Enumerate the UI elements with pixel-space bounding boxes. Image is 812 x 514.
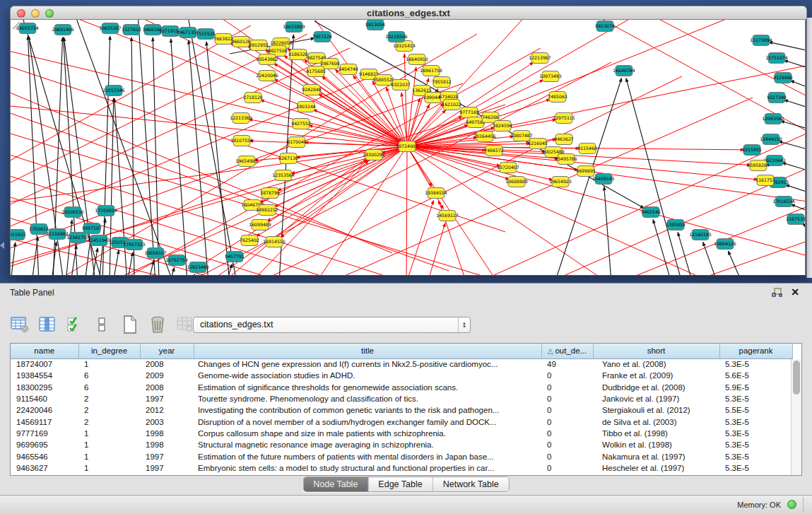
table-cell[interactable]: Hescheler et al. (1997) [593,462,719,474]
table-cell[interactable]: 2 [78,416,140,427]
graph-node[interactable]: 10543862 [256,54,278,65]
table-cell[interactable]: 0 [541,428,593,439]
graph-node[interactable]: 12923448 [187,262,209,273]
graph-node[interactable]: 9227349 [767,93,787,103]
graph-node[interactable]: 22420046 [256,71,278,81]
table-cell[interactable]: 9463627 [11,462,78,474]
graph-node[interactable]: 9097587 [82,223,102,234]
table-cell[interactable]: 1997 [140,393,194,404]
graph-node[interactable]: 16958107 [144,248,167,259]
table-cell[interactable]: Estimation of significance thresholds fo… [194,382,541,393]
table-cell[interactable]: 0 [541,370,593,381]
table-cell[interactable]: 0 [541,439,593,450]
table-cell[interactable]: 5.3E-5 [719,450,792,462]
graph-node[interactable]: 3824594 [493,121,512,132]
graph-node[interactable]: 1595858 [666,220,686,230]
table-cell[interactable]: 14569117 [11,416,78,427]
table-cell[interactable]: 1998 [140,428,194,439]
graph-node[interactable]: 5878798 [260,188,280,199]
table-cell[interactable]: 2 [78,404,140,416]
graph-node[interactable]: 1161753 [755,175,775,186]
column-header[interactable]: △out_de... [541,344,593,358]
graph-node[interactable]: 17016534 [772,197,795,207]
graph-node[interactable]: 9115460 [577,144,597,154]
table-cell[interactable]: 2008 [140,358,194,370]
graph-node[interactable]: 11156883 [46,229,69,240]
select-rows-icon[interactable] [65,315,85,334]
table-cell[interactable]: 5.3E-5 [719,439,792,450]
graph-node[interactable]: 16961758 [420,66,442,76]
graph-node[interactable]: 9465546 [641,207,661,218]
table-cell[interactable]: 5.3E-5 [719,462,792,474]
table-row[interactable]: 946362711997Embryonic stem cells: a mode… [11,462,792,474]
table-cell[interactable]: 5.3E-5 [719,358,792,370]
select-columns-icon[interactable] [37,315,57,334]
graph-node[interactable]: 19654985 [235,156,258,167]
graph-node[interactable]: 10804126 [714,239,736,250]
graph-node[interactable]: 8322037 [391,80,411,90]
graph-edge[interactable] [170,267,175,275]
graph-node[interactable]: 16648784 [613,66,635,76]
graph-edge[interactable] [791,204,806,213]
table-row[interactable]: 977716911998Corpus callosum shape and si… [11,428,792,439]
graph-edge[interactable] [689,235,806,275]
graph-node[interactable]: 1621022 [442,100,461,110]
table-row[interactable]: 946554611997Estimation of the future num… [11,450,792,462]
table-cell[interactable]: Yano et al. (2008) [593,358,719,370]
graph-node[interactable]: 12213967 [529,53,551,64]
graph-node[interactable]: 8170046 [287,137,307,148]
graph-node[interactable]: 8912955 [249,40,269,51]
column-header[interactable]: in_degree [78,344,140,358]
table-cell[interactable]: 5.3E-5 [719,393,792,404]
graph-edge[interactable] [171,39,187,275]
graph-node[interactable]: 15751074 [765,53,788,64]
table-row[interactable]: 1938455462009Genome-wide association stu… [11,370,792,381]
graph-node[interactable]: 12444158 [760,134,782,145]
table-cell[interactable]: 1997 [140,462,194,474]
graph-node[interactable]: 18107554 [230,136,253,146]
graph-edge[interactable] [784,100,806,109]
graph-node[interactable]: 8813054 [365,20,385,30]
table-cell[interactable]: 0 [541,404,593,416]
graph-node[interactable]: 19384554 [425,188,447,199]
table-cell[interactable]: 18300295 [11,382,78,393]
graph-edge[interactable] [626,78,682,275]
table-cell[interactable]: 2008 [140,382,194,393]
table-cell[interactable]: 0 [541,393,593,404]
graph-node[interactable]: 16782759 [165,255,188,266]
graph-node[interactable]: 16409145 [592,174,615,185]
table-cell[interactable]: Wolkin et al. (1998) [593,439,719,450]
column-header[interactable]: name [11,344,78,358]
table-cell[interactable]: 5.3E-5 [719,416,792,427]
table-header-row[interactable]: namein_degreeyeartitle△out_de...shortpag… [11,344,792,358]
table-cell[interactable]: 2012 [140,404,194,416]
graph-edge[interactable] [785,185,806,194]
create-column-icon[interactable] [120,315,140,334]
graph-node[interactable]: 7625402 [240,235,259,246]
table-cell[interactable]: Dudbridge et al. (2008) [593,382,719,393]
table-cell[interactable]: 1 [78,428,140,439]
table-cell[interactable]: Corpus callosum shape and size in male p… [194,428,541,439]
graph-node[interactable]: 12160193 [689,230,712,240]
table-cell[interactable]: 18724007 [11,358,78,370]
graph-node[interactable]: 2718120 [243,93,263,103]
table-cell[interactable]: 1998 [140,439,194,450]
graph-node[interactable]: 7515526 [196,29,216,40]
table-cell[interactable]: 1997 [140,450,194,462]
graph-node[interactable]: 17359924 [95,206,117,216]
graph-node[interactable]: 9129966 [773,73,793,83]
table-settings-icon[interactable] [10,315,30,334]
graph-edge[interactable] [779,141,806,151]
table-scrollbar-thumb[interactable] [793,361,800,395]
splitter-collapse-arrow[interactable] [0,242,4,249]
graph-edge[interactable] [769,42,806,52]
graph-edge[interactable] [66,220,72,275]
table-cell[interactable]: 22420046 [11,404,78,416]
graph-node[interactable]: 18724007 [396,141,418,152]
table-row[interactable]: 911546021997Tourette syndrome. Phenomeno… [11,393,792,404]
graph-node[interactable]: 20691406 [52,25,74,35]
table-cell[interactable]: 5.6E-5 [719,370,792,381]
graph-node[interactable]: 8813074 [595,21,615,32]
column-header[interactable]: title [194,344,541,358]
graph-edge[interactable] [407,146,443,209]
